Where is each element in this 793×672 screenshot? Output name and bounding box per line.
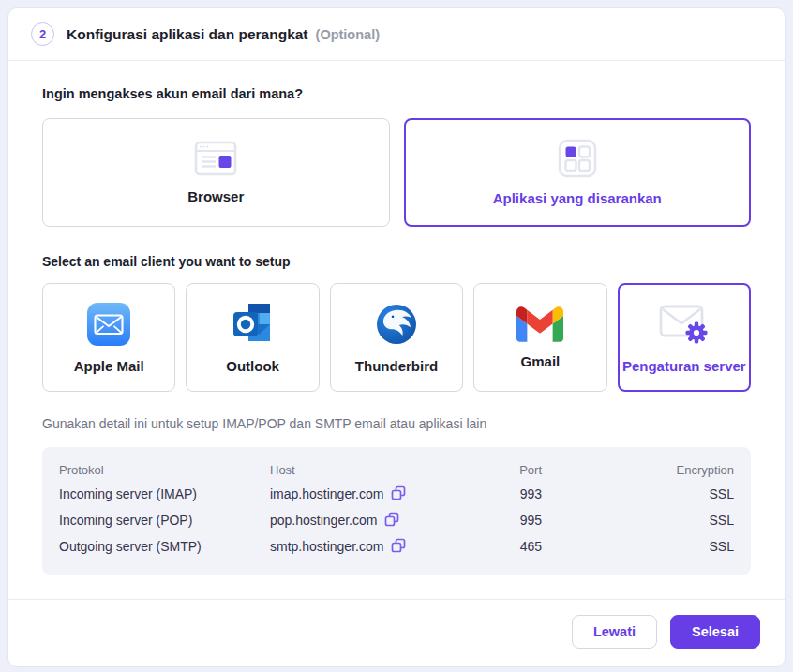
protocol-value: Incoming server (IMAP) bbox=[59, 486, 270, 501]
port-value: 993 bbox=[457, 486, 542, 501]
col-port: Port bbox=[457, 463, 542, 477]
port-value: 465 bbox=[457, 539, 542, 554]
step-title: Konfigurasi aplikasi dan perangkat bbox=[67, 26, 308, 43]
table-row-smtp: Outgoing server (SMTP) smtp.hostinger.co… bbox=[59, 533, 734, 560]
client-server-settings-label: Pengaturan server bbox=[622, 358, 746, 374]
setup-step-card: 2 Konfigurasi aplikasi dan perangkat (Op… bbox=[7, 7, 786, 667]
access-options: Browser Aplikasi yang disarankan bbox=[42, 118, 751, 227]
host-value: pop.hostinger.com bbox=[270, 513, 377, 528]
server-details-description: Gunakan detail ini untuk setup IMAP/POP … bbox=[42, 416, 751, 431]
copy-pop-host-button[interactable] bbox=[384, 512, 399, 530]
app-grid-icon bbox=[558, 139, 597, 178]
copy-smtp-host-button[interactable] bbox=[391, 538, 406, 556]
client-outlook-label: Outlook bbox=[226, 358, 279, 374]
option-recommended-apps-label: Aplikasi yang disarankan bbox=[493, 190, 662, 206]
footer-actions: Lewati Selesai bbox=[8, 600, 785, 666]
copy-icon bbox=[384, 512, 399, 530]
gmail-icon bbox=[516, 306, 563, 342]
copy-icon bbox=[391, 538, 406, 556]
browser-window-icon bbox=[194, 141, 237, 176]
skip-button[interactable]: Lewati bbox=[572, 615, 657, 649]
client-options: Apple Mail Outlook bbox=[42, 283, 751, 392]
client-thunderbird-label: Thunderbird bbox=[355, 358, 438, 374]
copy-icon bbox=[391, 485, 406, 503]
thunderbird-icon bbox=[374, 302, 419, 347]
protocol-value: Outgoing server (SMTP) bbox=[59, 539, 270, 554]
apple-mail-icon bbox=[86, 302, 131, 347]
client-section-heading: Select an email client you want to setup bbox=[42, 254, 751, 269]
finish-button[interactable]: Selesai bbox=[670, 615, 760, 649]
client-apple-mail-label: Apple Mail bbox=[74, 358, 144, 374]
server-details-table: Protokol Host Port Encryption Incoming s… bbox=[42, 447, 751, 575]
table-header-row: Protokol Host Port Encryption bbox=[59, 458, 734, 481]
port-value: 995 bbox=[457, 513, 542, 528]
step-header: 2 Konfigurasi aplikasi dan perangkat (Op… bbox=[8, 8, 785, 60]
outlook-icon bbox=[231, 302, 276, 347]
client-server-settings[interactable]: Pengaturan server bbox=[618, 283, 751, 392]
host-value: imap.hostinger.com bbox=[270, 486, 383, 501]
option-browser-label: Browser bbox=[187, 188, 244, 204]
step-number-badge: 2 bbox=[31, 22, 54, 46]
table-row-imap: Incoming server (IMAP) imap.hostinger.co… bbox=[59, 481, 734, 507]
option-recommended-apps[interactable]: Aplikasi yang disarankan bbox=[404, 118, 752, 227]
protocol-value: Incoming server (POP) bbox=[59, 513, 270, 528]
host-value: smtp.hostinger.com bbox=[270, 539, 383, 554]
encryption-value: SSL bbox=[542, 513, 734, 528]
mail-settings-icon bbox=[658, 302, 711, 347]
optional-tag: (Optional) bbox=[316, 27, 380, 42]
client-outlook[interactable]: Outlook bbox=[186, 283, 319, 392]
col-encryption: Encryption bbox=[542, 463, 734, 477]
col-protocol: Protokol bbox=[59, 463, 270, 477]
client-apple-mail[interactable]: Apple Mail bbox=[42, 283, 175, 392]
client-thunderbird[interactable]: Thunderbird bbox=[330, 283, 463, 392]
access-question: Ingin mengakses akun email dari mana? bbox=[42, 86, 751, 101]
table-row-pop: Incoming server (POP) pop.hostinger.com … bbox=[59, 507, 734, 533]
encryption-value: SSL bbox=[542, 539, 734, 554]
option-browser[interactable]: Browser bbox=[42, 118, 390, 227]
encryption-value: SSL bbox=[542, 486, 734, 501]
col-host: Host bbox=[270, 463, 457, 477]
client-gmail-label: Gmail bbox=[521, 353, 561, 369]
step-content: Ingin mengakses akun email dari mana? bbox=[8, 61, 785, 599]
copy-imap-host-button[interactable] bbox=[391, 485, 406, 503]
client-gmail[interactable]: Gmail bbox=[473, 283, 606, 392]
